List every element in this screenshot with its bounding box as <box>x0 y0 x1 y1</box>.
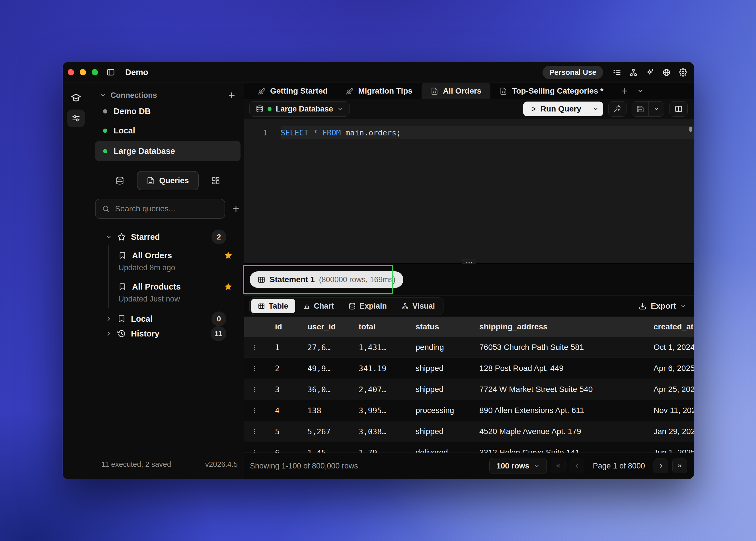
connection-selector[interactable]: Large Database <box>249 101 350 117</box>
cell-total[interactable]: 2,407… <box>347 385 404 394</box>
queries-tab-button[interactable]: Queries <box>137 171 198 190</box>
row-menu-kebab-icon[interactable] <box>244 344 265 351</box>
cell-created-at[interactable]: Apr 6, 2025 <box>642 364 694 373</box>
row-menu-kebab-icon[interactable] <box>244 428 265 435</box>
cell-user-id[interactable]: 5,267 <box>296 427 347 436</box>
view-table-button[interactable]: Table <box>251 299 295 313</box>
cell-created-at[interactable]: Oct 1, 2024 <box>642 343 694 352</box>
table-row[interactable]: 4 138 3,995… processing 890 Allen Extens… <box>244 400 694 421</box>
sidebar-item-large-database[interactable]: Large Database <box>95 141 241 161</box>
cell-total[interactable]: 1,79… <box>347 448 404 453</box>
save-query-button[interactable] <box>632 102 648 116</box>
search-queries-input[interactable] <box>95 199 225 219</box>
table-row[interactable]: 5 5,267 3,038… shipped 4520 Maple Avenue… <box>244 421 694 442</box>
cell-user-id[interactable]: 49,9… <box>296 364 347 373</box>
tables-view-icon[interactable] <box>116 176 124 185</box>
cell-user-id[interactable]: 27,6… <box>296 343 347 352</box>
cell-status[interactable]: shipped <box>404 364 468 373</box>
cell-status[interactable]: pending <box>404 343 468 352</box>
cell-total[interactable]: 1,431… <box>347 343 404 352</box>
new-query-button[interactable] <box>231 204 241 213</box>
cell-user-id[interactable]: 1,45… <box>296 448 347 453</box>
sidebar-toggle-icon[interactable] <box>106 68 115 77</box>
cell-id[interactable]: 2 <box>265 364 296 373</box>
cell-created-at[interactable]: Apr 25, 2025 <box>642 385 694 394</box>
star-filled-icon[interactable] <box>224 251 233 260</box>
globe-icon[interactable] <box>662 68 671 77</box>
cell-created-at[interactable]: Jan 29, 2025 <box>642 427 694 436</box>
connections-header[interactable]: Connections <box>93 89 243 102</box>
page-size-selector[interactable]: 100 rows <box>489 458 547 474</box>
sql-editor[interactable]: 1 SELECT * FROM main.orders; <box>244 119 694 264</box>
query-item-all-orders[interactable]: All Orders <box>93 248 243 263</box>
starred-section-header[interactable]: Starred 2 <box>93 230 243 244</box>
column-header-id[interactable]: id <box>265 322 296 331</box>
cell-total[interactable]: 3,995… <box>347 406 404 415</box>
cell-id[interactable]: 5 <box>265 427 296 436</box>
view-visual-button[interactable]: Visual <box>395 299 442 313</box>
connection-settings-button[interactable] <box>67 110 85 127</box>
row-menu-kebab-icon[interactable] <box>244 386 265 393</box>
tab-top-selling-categories[interactable]: Top-Selling Categories * <box>490 83 613 99</box>
cell-id[interactable]: 1 <box>265 343 296 352</box>
column-header-created-at[interactable]: created_at <box>642 322 694 331</box>
gear-icon[interactable] <box>679 68 687 77</box>
query-item-all-products[interactable]: All Products <box>93 279 243 294</box>
dashboard-view-icon[interactable] <box>211 176 220 185</box>
minimize-window-button[interactable] <box>80 69 86 75</box>
cell-user-id[interactable]: 138 <box>296 406 347 415</box>
close-window-button[interactable] <box>68 69 74 75</box>
view-explain-button[interactable]: Explain <box>342 299 394 313</box>
table-row-clipped[interactable]: 6 1,45… 1,79… delivered 3312 Helen Curve… <box>244 442 694 452</box>
save-options-chevron[interactable] <box>648 102 664 116</box>
next-page-button[interactable] <box>654 458 668 473</box>
column-header-shipping-address[interactable]: shipping_address <box>468 322 642 331</box>
history-section-header[interactable]: History 11 <box>93 326 243 341</box>
split-view-button[interactable] <box>669 101 688 117</box>
plan-badge[interactable]: Personal Use <box>543 66 603 79</box>
previous-page-button[interactable] <box>570 458 584 473</box>
cell-created-at[interactable]: Jun 1, 2025 <box>642 448 694 452</box>
cell-status[interactable]: processing <box>404 406 468 415</box>
learn-icon[interactable] <box>71 92 81 103</box>
table-row[interactable]: 1 27,6… 1,431… pending 76053 Church Path… <box>244 337 694 358</box>
column-header-total[interactable]: total <box>347 322 404 331</box>
row-menu-kebab-icon[interactable] <box>244 407 265 414</box>
cell-id[interactable]: 4 <box>265 406 296 415</box>
cell-shipping-address[interactable]: 7724 W Market Street Suite 540 <box>468 385 642 394</box>
sidebar-item-local-connection[interactable]: Local <box>95 122 241 139</box>
zoom-window-button[interactable] <box>92 69 98 75</box>
tab-getting-started[interactable]: Getting Started <box>249 83 337 99</box>
ai-sparkles-icon[interactable] <box>646 68 654 77</box>
tab-all-orders[interactable]: All Orders <box>422 83 490 99</box>
cell-user-id[interactable]: 36,0… <box>296 385 347 394</box>
table-row[interactable]: 2 49,9… 341.19 shipped 128 Post Road Apt… <box>244 358 694 379</box>
column-header-user-id[interactable]: user_id <box>296 322 347 331</box>
search-queries-field[interactable] <box>114 204 218 214</box>
run-options-chevron[interactable] <box>588 102 603 116</box>
row-menu-kebab-icon[interactable] <box>244 449 265 452</box>
tab-list-chevron-icon[interactable] <box>637 88 644 94</box>
cell-id[interactable]: 3 <box>265 385 296 394</box>
tab-migration-tips[interactable]: Migration Tips <box>337 83 422 99</box>
cell-shipping-address[interactable]: 890 Allen Extensions Apt. 611 <box>468 406 642 415</box>
cell-total[interactable]: 341.19 <box>347 364 404 373</box>
cell-created-at[interactable]: Nov 11, 2024 <box>642 406 694 415</box>
export-button[interactable]: Export <box>639 301 686 310</box>
statement-result-chip[interactable]: Statement 1 (800000 rows, 169ms) <box>250 271 403 288</box>
new-tab-button[interactable] <box>621 87 629 95</box>
format-sql-button[interactable] <box>608 101 626 117</box>
local-section-header[interactable]: Local 0 <box>93 311 243 326</box>
row-menu-kebab-icon[interactable] <box>244 365 265 372</box>
code-line-1[interactable]: 1 SELECT * FROM main.orders; <box>244 126 694 139</box>
cell-status[interactable]: shipped <box>404 385 468 394</box>
add-connection-button[interactable] <box>227 91 236 100</box>
cell-total[interactable]: 3,038… <box>347 427 404 436</box>
schema-hierarchy-icon[interactable] <box>629 68 638 77</box>
star-filled-icon[interactable] <box>224 282 233 291</box>
checklist-icon[interactable] <box>613 68 621 77</box>
cell-shipping-address[interactable]: 76053 Church Path Suite 581 <box>468 343 642 352</box>
cell-shipping-address[interactable]: 4520 Maple Avenue Apt. 179 <box>468 427 642 436</box>
sidebar-item-demo-db[interactable]: Demo DB <box>95 102 241 120</box>
column-header-status[interactable]: status <box>404 322 468 331</box>
